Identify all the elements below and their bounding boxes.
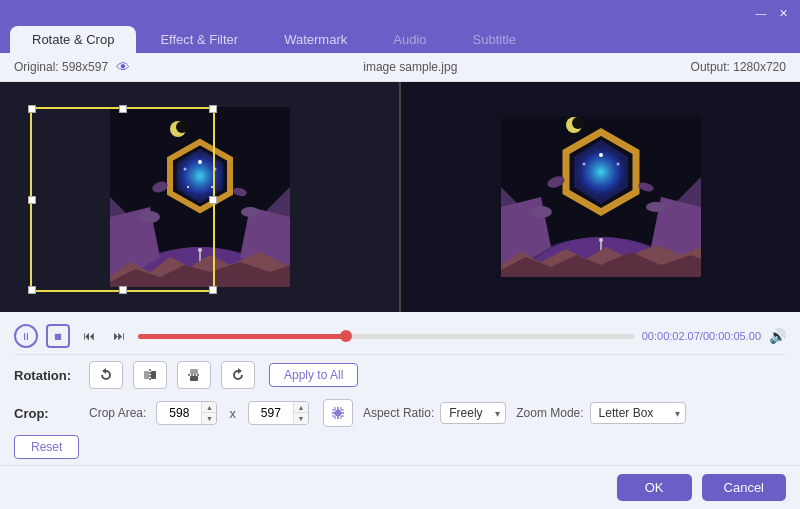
svg-rect-50 [144,371,149,379]
aspect-ratio-group: Aspect Ratio: Freely 16:9 4:3 1:1 [363,402,506,424]
svg-point-9 [172,148,228,204]
crop-width-input[interactable] [157,403,201,423]
preview-right [399,82,800,312]
tab-watermark[interactable]: Watermark [262,26,369,53]
time-display: 00:00:02.07/00:00:05.00 [642,330,761,342]
tab-rotate-crop[interactable]: Rotate & Crop [10,26,136,53]
preview-area [0,82,800,312]
original-size-label: Original: 598x597 [14,60,108,74]
aspect-ratio-label: Aspect Ratio: [363,406,434,420]
svg-point-12 [213,168,216,171]
zoom-mode-label: Zoom Mode: [516,406,583,420]
output-image [501,117,701,277]
close-button[interactable]: ✕ [776,6,790,20]
crop-label: Crop: [14,406,79,421]
reset-button[interactable]: Reset [14,435,79,459]
tab-subtitle: Subtitle [451,26,538,53]
rotate-right-button[interactable] [221,361,255,389]
svg-point-11 [183,168,186,171]
crop-width-spinners: ▲ ▼ [201,402,216,424]
svg-point-10 [198,160,202,164]
controls-area: ⏸ ⏹ ⏮ ⏭ 00:00:02.07/00:00:05.00 🔊 Rotati… [0,312,800,465]
crop-height-down[interactable]: ▼ [294,413,308,424]
aspect-ratio-select[interactable]: Freely 16:9 4:3 1:1 [440,402,506,424]
progress-thumb[interactable] [340,330,352,342]
rotate-left-button[interactable] [89,361,123,389]
zoom-mode-group: Zoom Mode: Letter Box Pan & Scan Full [516,402,685,424]
svg-point-46 [599,238,603,242]
svg-rect-54 [190,376,198,381]
main-content: Original: 598x597 👁 image sample.jpg Out… [0,53,800,509]
crop-area-label: Crop Area: [89,406,146,420]
tab-audio: Audio [371,26,448,53]
svg-point-20 [176,121,188,133]
crop-width-input-group: ▲ ▼ [156,401,217,425]
info-left: Original: 598x597 👁 [14,59,130,75]
eye-icon[interactable]: 👁 [116,59,130,75]
zoom-mode-select[interactable]: Letter Box Pan & Scan Full [590,402,686,424]
svg-rect-53 [190,369,198,374]
ok-button[interactable]: OK [617,474,692,501]
svg-point-18 [241,207,259,217]
crop-handle-bl[interactable] [28,286,36,294]
crop-width-down[interactable]: ▼ [202,413,216,424]
svg-point-41 [530,206,552,218]
dimension-separator: x [229,406,236,421]
svg-point-38 [616,163,619,166]
crop-handle-br[interactable] [209,286,217,294]
tabs-bar: Rotate & Crop Effect & Filter Watermark … [0,26,800,53]
svg-point-37 [582,163,585,166]
volume-icon[interactable]: 🔊 [769,328,786,344]
zoom-mode-select-wrapper: Letter Box Pan & Scan Full [590,402,686,424]
rotation-label: Rotation: [14,368,79,383]
apply-to-all-button[interactable]: Apply to All [269,363,358,387]
crop-height-input-group: ▲ ▼ [248,401,309,425]
crop-height-up[interactable]: ▲ [294,402,308,413]
svg-point-22 [198,248,202,252]
next-button[interactable]: ⏭ [108,325,130,347]
svg-point-17 [140,211,160,223]
crop-handle-tl[interactable] [28,105,36,113]
cancel-button[interactable]: Cancel [702,474,786,501]
prev-button[interactable]: ⏮ [78,325,100,347]
title-bar: — ✕ [0,0,800,26]
bottom-bar: OK Cancel [0,465,800,509]
svg-point-44 [572,117,584,129]
crop-height-input[interactable] [249,403,293,423]
preview-left [0,82,399,312]
minimize-button[interactable]: — [754,6,768,20]
crop-width-up[interactable]: ▲ [202,402,216,413]
crop-handle-ml[interactable] [28,196,36,204]
svg-point-13 [187,186,189,188]
filename-label: image sample.jpg [363,60,457,74]
flip-horizontal-button[interactable] [133,361,167,389]
info-bar: Original: 598x597 👁 image sample.jpg Out… [0,53,800,82]
crop-row: Crop: Crop Area: ▲ ▼ x ▲ ▼ [14,393,786,431]
svg-point-14 [211,186,213,188]
svg-rect-51 [151,371,156,379]
flip-vertical-button[interactable] [177,361,211,389]
center-crop-button[interactable] [323,399,353,427]
stop-button[interactable]: ⏹ [46,324,70,348]
crop-handle-bm[interactable] [119,286,127,294]
tab-effect-filter[interactable]: Effect & Filter [138,26,260,53]
svg-point-36 [599,153,603,157]
crop-height-spinners: ▲ ▼ [293,402,308,424]
svg-point-42 [646,202,666,212]
pause-button[interactable]: ⏸ [14,324,38,348]
source-image [110,107,290,287]
progress-track[interactable] [138,334,634,339]
playback-bar: ⏸ ⏹ ⏮ ⏭ 00:00:02.07/00:00:05.00 🔊 [14,320,786,354]
output-size-label: Output: 1280x720 [691,60,786,74]
svg-point-35 [571,142,631,202]
rotation-row: Rotation: [14,354,786,393]
aspect-ratio-select-wrapper: Freely 16:9 4:3 1:1 [440,402,506,424]
progress-fill [138,334,346,339]
